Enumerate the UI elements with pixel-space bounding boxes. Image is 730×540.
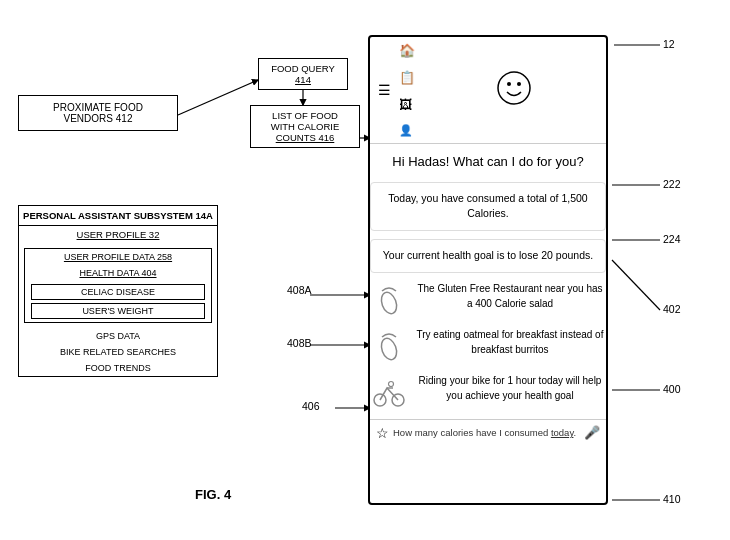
ref-410: 410 xyxy=(663,493,681,505)
home-icon[interactable]: 🏠 xyxy=(399,43,415,58)
mic-icon[interactable]: 🎤 xyxy=(584,425,600,440)
hamburger-icon[interactable]: ☰ xyxy=(378,82,391,98)
svg-point-16 xyxy=(379,336,400,361)
food-vendors-box: PROXIMATE FOOD VENDORS 412 xyxy=(18,95,178,131)
chat-text-0: The Gluten Free Restaurant near you has … xyxy=(414,281,606,311)
chat-text-2: Riding your bike for 1 hour today will h… xyxy=(414,373,606,403)
svg-point-12 xyxy=(498,72,530,104)
food-vendors-label: PROXIMATE FOOD VENDORS 412 xyxy=(53,102,143,124)
pa-title: PERSONAL ASSISTANT SUBSYSTEM 14A xyxy=(19,206,217,226)
ref-12: 12 xyxy=(663,38,675,50)
diagram: 12 222 224 402 400 410 408A 408B 406 PRO… xyxy=(0,0,730,540)
list-of-food-box: LIST OF FOOD WITH CALORIE COUNTS 416 xyxy=(250,105,360,148)
chat-item-2: Riding your bike for 1 hour today will h… xyxy=(370,373,606,411)
svg-point-14 xyxy=(517,82,521,86)
food-query-ref: 414 xyxy=(295,74,311,85)
chat-item-0: The Gluten Free Restaurant near you has … xyxy=(370,281,606,319)
pa-gps: GPS DATA xyxy=(19,328,217,344)
list-food-line2: WITH CALORIE xyxy=(271,121,340,132)
food-query-box: FOOD QUERY 414 xyxy=(258,58,348,90)
personal-assistant-box: PERSONAL ASSISTANT SUBSYSTEM 14A USER PR… xyxy=(18,205,218,377)
ref-222: 222 xyxy=(663,178,681,190)
svg-line-9 xyxy=(612,260,660,310)
today-underline: today xyxy=(551,427,574,438)
figure-label: FIG. 4 xyxy=(195,487,231,502)
svg-line-0 xyxy=(178,80,258,115)
ref-402: 402 xyxy=(663,303,681,315)
banana-icon-1 xyxy=(370,281,408,319)
svg-point-19 xyxy=(389,381,394,386)
footer-input-text: How many calories have I consumed today. xyxy=(393,427,580,438)
chat-item-1: Try eating oatmeal for breakfast instead… xyxy=(370,327,606,365)
smiley-icon xyxy=(496,70,532,106)
pa-celiac: CELIAC DISEASE xyxy=(31,284,205,300)
health-goal: Your current health goal is to lose 20 p… xyxy=(370,239,606,273)
svg-point-13 xyxy=(507,82,511,86)
greeting-bubble: Hi Hadas! What can I do for you? xyxy=(370,144,606,182)
list-food-line1: LIST OF FOOD xyxy=(272,110,338,121)
ref-224: 224 xyxy=(663,233,681,245)
pa-user-profile: USER PROFILE 32 xyxy=(19,226,217,243)
ref-406: 406 xyxy=(302,400,320,412)
bike-icon xyxy=(370,373,408,411)
list-food-line3: COUNTS 416 xyxy=(276,132,335,143)
pa-user-profile-data: USER PROFILE DATA 258 xyxy=(25,249,211,265)
pa-bike: BIKE RELATED SEARCHES xyxy=(19,344,217,360)
banana-icon-2 xyxy=(370,327,408,365)
pa-inner: USER PROFILE DATA 258 HEALTH DATA 404 CE… xyxy=(24,248,212,323)
phone-footer[interactable]: ☆ How many calories have I consumed toda… xyxy=(370,419,606,446)
chat-text-1: Try eating oatmeal for breakfast instead… xyxy=(414,327,606,357)
pa-weight: USER'S WEIGHT xyxy=(31,303,205,319)
ref-408b: 408B xyxy=(287,337,312,349)
star-icon[interactable]: ☆ xyxy=(376,425,389,441)
phone-ui: ☰ 🏠 📋 🖼 👤 Hi Ha xyxy=(368,35,608,505)
copy-icon[interactable]: 📋 xyxy=(399,70,415,85)
calorie-info: Today, you have consumed a total of 1,50… xyxy=(370,182,606,232)
phone-header: ☰ 🏠 📋 🖼 👤 xyxy=(370,37,606,144)
ref-408a: 408A xyxy=(287,284,312,296)
face-icon[interactable]: 👤 xyxy=(399,124,415,137)
image-icon[interactable]: 🖼 xyxy=(399,97,415,112)
svg-point-15 xyxy=(379,290,400,315)
pa-health-data: HEALTH DATA 404 xyxy=(25,265,211,281)
food-query-label: FOOD QUERY xyxy=(271,63,335,74)
pa-food-trends: FOOD TRENDS xyxy=(19,360,217,376)
ref-400: 400 xyxy=(663,383,681,395)
